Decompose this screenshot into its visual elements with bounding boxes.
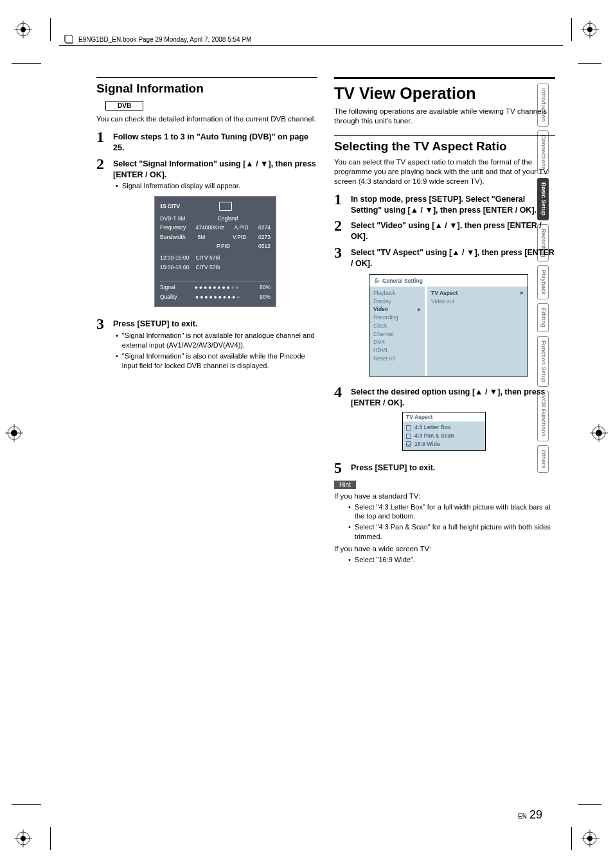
step-number: 2: [334, 218, 346, 242]
step-title: Select "Signal Information" using [▲ / ▼…: [113, 159, 317, 181]
hint-heading: If you have a standard TV:: [334, 492, 555, 501]
page-number: EN29: [518, 808, 542, 822]
section-title-aspect: Selecting the TV Aspect Ratio: [334, 139, 555, 154]
bullet: Select "4:3 Pan & Scan" for a full heigh…: [348, 522, 555, 542]
crop-mark-icon: [581, 829, 599, 847]
menu-item: Video out: [431, 297, 524, 306]
dvb-badge: DVB: [105, 101, 143, 111]
crop-mark-icon: [581, 21, 599, 39]
step-number: 1: [96, 129, 108, 154]
step-number: 5: [334, 460, 346, 475]
step-title: Select "Video" using [▲ / ▼], then press…: [351, 220, 555, 242]
svg-point-7: [587, 27, 592, 32]
section-title-signal-info: Signal Information: [96, 82, 317, 96]
intro-text: The following operations are available w…: [334, 107, 555, 126]
step-number: 2: [96, 156, 108, 314]
bullet: Signal Information display will appear.: [116, 181, 317, 191]
menu-item: Clock: [373, 322, 421, 330]
menu-item: Channel: [373, 330, 421, 339]
wrench-icon: [373, 278, 380, 284]
menu-item: Playback: [373, 289, 421, 297]
left-column: Signal Information DVB You can check the…: [96, 77, 317, 566]
bullet: "Signal Information" is also not availab…: [116, 351, 317, 371]
svg-point-19: [11, 430, 17, 436]
bullet: Select "16:9 Wide".: [348, 555, 555, 565]
crop-mark-icon: [14, 829, 32, 847]
right-column: TV View Operation The following operatio…: [334, 77, 555, 566]
svg-point-15: [587, 836, 592, 841]
menu-item: Display: [373, 297, 421, 306]
book-icon: [64, 35, 73, 44]
signal-info-panel: 15 CITV DVB-T 8MEngland Frequency 474000…: [154, 196, 276, 307]
bullet: "Signal Information" is not available fo…: [116, 331, 317, 350]
menu-item: Recording: [373, 314, 421, 322]
step-title: Follow steps 1 to 3 in "Auto Tuning (DVB…: [113, 132, 317, 154]
menu-item: HDMI: [373, 346, 421, 355]
hint-heading: If you have a wide screen TV:: [334, 544, 555, 554]
crop-mark-icon: [590, 424, 608, 442]
step-title: In stop mode, press [SETUP]. Select "Gen…: [351, 194, 555, 216]
step-title: Press [SETUP] to exit.: [351, 463, 555, 474]
step-title: Select the desired option using [▲ / ▼],…: [351, 387, 555, 409]
checkbox-icon: [406, 434, 411, 439]
aspect-option: 4:3 Pan & Scan: [406, 432, 482, 440]
menu-item: Reset All: [373, 355, 421, 363]
aspect-option: 16:9 Wide: [406, 440, 482, 448]
svg-point-3: [21, 27, 26, 32]
header-rule: [59, 45, 563, 46]
general-setting-panel: General Setting PlaybackDisplayVideoReco…: [369, 274, 528, 376]
intro-text: You can check the detailed information o…: [96, 114, 317, 124]
step-title: Press [SETUP] to exit.: [113, 319, 317, 330]
checkbox-icon: [406, 441, 411, 447]
step-number: 1: [334, 191, 346, 216]
page-header-info: E9NG1BD_EN.book Page 29 Monday, April 7,…: [64, 35, 251, 44]
menu-item: DivX: [373, 338, 421, 346]
bullet: Select "4:3 Letter Box" for a full width…: [348, 502, 555, 522]
svg-point-11: [21, 836, 26, 841]
step-number: 3: [96, 316, 108, 371]
step-number: 3: [334, 245, 346, 382]
crop-mark-icon: [14, 21, 32, 39]
intro-text: You can select the TV aspect ratio to ma…: [334, 157, 555, 186]
crop-mark-icon: [5, 424, 23, 442]
step-number: 4: [334, 384, 346, 457]
main-title: TV View Operation: [334, 84, 555, 103]
step-title: Select "TV Aspect" using [▲ / ▼], then p…: [351, 247, 555, 269]
menu-item: TV Aspect: [431, 289, 524, 297]
aspect-option: 4:3 Letter Box: [406, 423, 482, 432]
svg-point-23: [596, 430, 602, 436]
menu-item: Video: [373, 305, 421, 314]
checkbox-icon: [406, 425, 411, 430]
hint-badge: Hint: [334, 481, 356, 489]
tv-aspect-panel: TV Aspect 4:3 Letter Box4:3 Pan & Scan16…: [402, 412, 486, 450]
tv-icon: [219, 202, 232, 211]
